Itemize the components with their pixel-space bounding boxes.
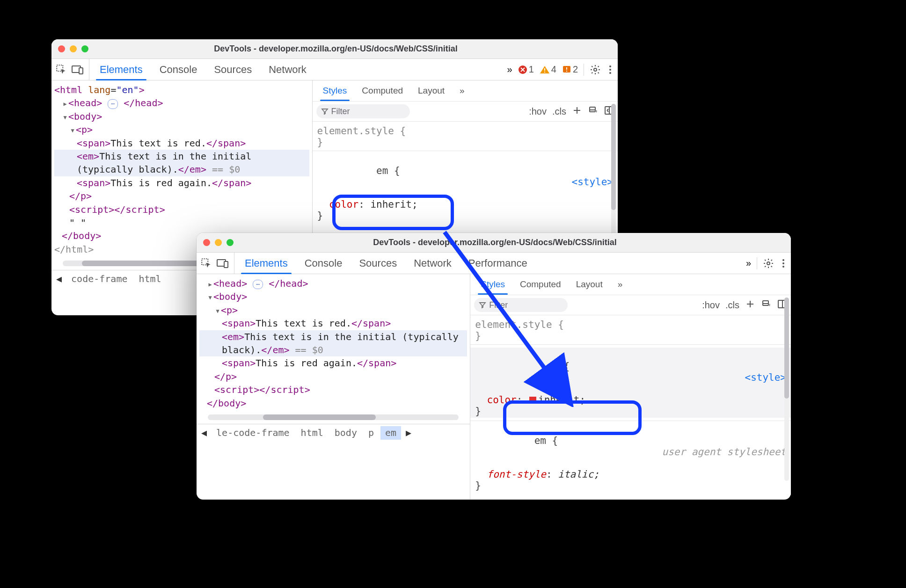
crumb-item[interactable]: code-frame [66, 272, 132, 285]
hov-toggle[interactable]: :hov [702, 300, 720, 311]
device-toggle-icon[interactable] [71, 65, 84, 75]
style-source-link[interactable]: <style> [571, 176, 613, 188]
minimize-window-button[interactable] [215, 239, 222, 246]
svg-rect-14 [224, 261, 228, 268]
subtab-styles[interactable]: Styles [315, 80, 355, 101]
window-title: DevTools - developer.mozilla.org/en-US/d… [238, 238, 752, 247]
expand-triangle-icon[interactable] [207, 294, 213, 302]
em-rule-selector[interactable]: em { <style> [317, 154, 613, 199]
subtabs-overflow-icon[interactable]: » [452, 80, 472, 101]
devtools-window-front: DevTools - developer.mozilla.org/en-US/d… [197, 233, 791, 500]
tabs-overflow-icon[interactable]: » [507, 64, 512, 75]
chevron-right-icon[interactable]: ▶ [403, 426, 414, 439]
style-source-link[interactable]: <style> [745, 372, 786, 383]
tab-sources[interactable]: Sources [351, 253, 405, 274]
vertical-scrollbar[interactable] [784, 298, 789, 481]
crumb-item-selected[interactable]: em [380, 426, 401, 439]
element-style-rule[interactable]: element.style { [317, 125, 613, 137]
expand-triangle-icon[interactable] [62, 114, 68, 122]
subtab-styles[interactable]: Styles [473, 274, 512, 295]
tab-sources[interactable]: Sources [205, 59, 260, 80]
inspect-element-icon[interactable] [200, 257, 212, 269]
inspect-element-icon[interactable] [55, 64, 67, 76]
color-swatch-icon[interactable] [529, 397, 536, 404]
subtab-layout[interactable]: Layout [410, 80, 452, 101]
minimize-window-button[interactable] [70, 45, 77, 52]
warnings-badge[interactable]: 4 [540, 64, 556, 75]
close-window-button[interactable] [203, 239, 210, 246]
new-style-rule-icon[interactable] [572, 105, 582, 118]
main-toolbar: Elements Console Sources Network » 1 4 2 [51, 59, 618, 80]
collapsed-ellipsis-icon[interactable]: ⋯ [253, 280, 263, 289]
subtab-layout[interactable]: Layout [569, 274, 610, 295]
tab-label: Sources [214, 64, 252, 76]
paint-bucket-icon[interactable] [588, 105, 598, 118]
zoom-window-button[interactable] [81, 45, 88, 52]
cls-toggle[interactable]: .cls [725, 300, 739, 311]
crumb-item[interactable]: html [296, 426, 328, 439]
tab-label: Network [269, 64, 307, 76]
svg-rect-2 [79, 68, 83, 74]
css-declaration[interactable]: color: inherit; [317, 199, 613, 210]
titlebar: DevTools - developer.mozilla.org/en-US/d… [197, 233, 791, 253]
tab-network[interactable]: Network [260, 59, 315, 80]
paint-bucket-icon[interactable] [761, 299, 771, 312]
crumb-item[interactable]: body [330, 426, 362, 439]
zoom-window-button[interactable] [226, 239, 234, 246]
gear-icon[interactable] [590, 64, 601, 75]
chevron-left-icon[interactable]: ◀ [198, 426, 210, 439]
tab-network[interactable]: Network [405, 253, 460, 274]
tab-elements[interactable]: Elements [91, 59, 151, 80]
crumb-item[interactable]: html [134, 272, 166, 285]
em-rule-selector[interactable]: em { <style> [475, 349, 786, 394]
css-declaration[interactable]: color: inherit; [475, 394, 786, 406]
styles-filter-input[interactable]: Filter [316, 104, 410, 118]
selected-element[interactable]: <em>This text is in the initial (typical… [54, 150, 309, 176]
element-style-rule[interactable]: element.style { [475, 319, 786, 330]
crumb-item[interactable]: p [364, 426, 379, 439]
svg-rect-7 [566, 67, 567, 70]
breadcrumb[interactable]: ◀ le-code-frame html body p em ▶ [197, 424, 470, 442]
subtab-computed[interactable]: Computed [354, 80, 410, 101]
selected-element[interactable]: <em>This text is in the initial (typical… [199, 330, 467, 357]
elements-tree[interactable]: <head> ⋯ </head> <body> <p> <span>This t… [197, 274, 470, 500]
expand-triangle-icon[interactable] [214, 307, 221, 315]
tab-console[interactable]: Console [296, 253, 351, 274]
cls-toggle[interactable]: .cls [552, 106, 566, 117]
main-toolbar: Elements Console Sources Network Perform… [197, 253, 791, 274]
tab-performance[interactable]: Performance [460, 253, 536, 274]
expand-triangle-icon[interactable] [207, 281, 213, 289]
expand-triangle-icon[interactable] [62, 100, 68, 108]
issues-count: 2 [573, 64, 578, 75]
tab-elements[interactable]: Elements [236, 253, 296, 274]
chevron-left-icon[interactable]: ◀ [53, 272, 65, 285]
horizontal-scrollbar[interactable] [208, 414, 459, 420]
svg-rect-8 [566, 71, 567, 72]
subtabs-overflow-icon[interactable]: » [610, 274, 630, 295]
crumb-item[interactable]: le-code-frame [212, 426, 294, 439]
hov-toggle[interactable]: :hov [529, 106, 547, 117]
errors-count: 1 [529, 64, 534, 75]
device-toggle-icon[interactable] [216, 258, 229, 269]
warnings-count: 4 [551, 64, 556, 75]
new-style-rule-icon[interactable] [745, 299, 755, 312]
issues-badge[interactable]: 2 [562, 64, 578, 75]
kebab-menu-icon[interactable] [780, 259, 787, 268]
styles-filter-input[interactable]: Filter [474, 298, 568, 312]
titlebar: DevTools - developer.mozilla.org/en-US/d… [51, 39, 618, 59]
subtab-computed[interactable]: Computed [512, 274, 569, 295]
tabs-overflow-icon[interactable]: » [746, 258, 751, 269]
errors-badge[interactable]: 1 [518, 64, 534, 75]
collapsed-ellipsis-icon[interactable]: ⋯ [108, 99, 118, 109]
styles-panel: Styles Computed Layout » Filter :hov .cl… [470, 274, 791, 500]
tab-label: Console [160, 64, 197, 76]
tab-console[interactable]: Console [151, 59, 206, 80]
ua-stylesheet-label: user agent stylesheet [662, 446, 786, 457]
filter-placeholder: Filter [489, 300, 508, 310]
close-window-button[interactable] [58, 45, 65, 52]
expand-triangle-icon[interactable] [69, 127, 76, 135]
panel-tabs: Elements Console Sources Network Perform… [236, 253, 536, 274]
gear-icon[interactable] [763, 258, 774, 269]
svg-point-15 [767, 262, 770, 265]
kebab-menu-icon[interactable] [606, 65, 614, 74]
